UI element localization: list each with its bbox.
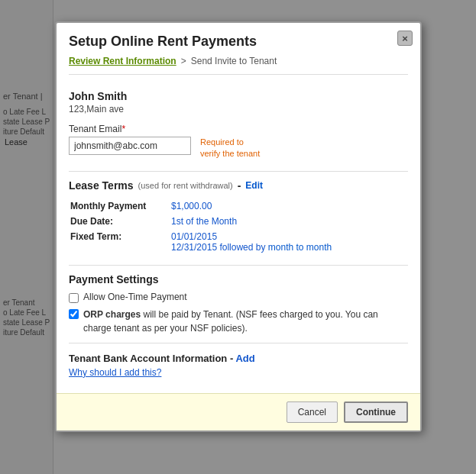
breadcrumb-inactive-step: Send Invite to Tenant	[191, 56, 277, 66]
divider-3	[69, 343, 408, 343]
tenant-name: John Smith	[69, 90, 408, 102]
bank-account-section: Tenant Bank Account Information - Add Wh…	[69, 353, 408, 378]
orp-charges-row: ORP charges will be paid by Tenant. (NSF…	[69, 308, 408, 335]
divider-1	[69, 171, 408, 172]
lease-terms-table: Monthly Payment $1,000.00 Due Date: 1st …	[69, 198, 408, 256]
email-input[interactable]	[69, 137, 191, 155]
cancel-button[interactable]: Cancel	[287, 401, 338, 423]
month-to-month-link[interactable]: month to month	[268, 242, 332, 253]
lease-terms-title: Lease Terms (used for rent withdrawal) -…	[69, 179, 408, 192]
breadcrumb-active-step[interactable]: Review Rent Information	[69, 56, 176, 66]
email-field-label: Tenant Email*	[69, 124, 408, 134]
payment-settings-title: Payment Settings	[69, 273, 408, 285]
monthly-payment-label: Monthly Payment	[70, 199, 170, 213]
email-input-row: Required to verify the tenant	[69, 137, 408, 160]
orp-charges-text: ORP charges will be paid by Tenant. (NSF…	[83, 308, 408, 335]
due-date-label: Due Date:	[70, 214, 170, 228]
allow-one-time-row: Allow One-Time Payment	[69, 292, 408, 303]
fixed-term-value: 01/01/2015 12/31/2015 followed by month …	[171, 230, 406, 254]
why-add-link[interactable]: Why should I add this?	[69, 367, 408, 378]
allow-one-time-label: Allow One-Time Payment	[83, 292, 187, 302]
due-date-value: 1st of the Month	[171, 214, 406, 228]
bank-add-link[interactable]: Add	[235, 353, 254, 364]
tenant-address: 123,Main ave	[69, 104, 408, 114]
fixed-term-label: Fixed Term:	[70, 230, 170, 254]
divider-2	[69, 265, 408, 266]
required-marker: *	[121, 124, 125, 134]
modal-header: Setup Online Rent Payments Review Rent I…	[57, 23, 420, 82]
payment-settings-section: Payment Settings Allow One-Time Payment …	[69, 273, 408, 335]
modal-dialog: Setup Online Rent Payments Review Rent I…	[55, 21, 422, 432]
modal-title: Setup Online Rent Payments	[69, 34, 408, 50]
allow-one-time-checkbox[interactable]	[69, 293, 79, 303]
modal-footer: Cancel Continue	[57, 393, 420, 430]
breadcrumb: Review Rent Information > Send Invite to…	[69, 56, 408, 75]
orp-charges-checkbox[interactable]	[69, 309, 79, 319]
bank-account-title: Tenant Bank Account Information - Add	[69, 353, 408, 364]
monthly-payment-value: $1,000.00	[171, 199, 406, 213]
close-button[interactable]: ×	[397, 31, 413, 46]
modal-body: John Smith 123,Main ave Tenant Email* Re…	[57, 82, 420, 385]
breadcrumb-separator: >	[181, 56, 186, 66]
lease-terms-subtitle: (used for rent withdrawal)	[138, 181, 233, 190]
continue-button[interactable]: Continue	[344, 401, 408, 423]
lease-edit-link[interactable]: Edit	[245, 180, 263, 191]
email-input-note: Required to verify the tenant	[200, 137, 260, 160]
